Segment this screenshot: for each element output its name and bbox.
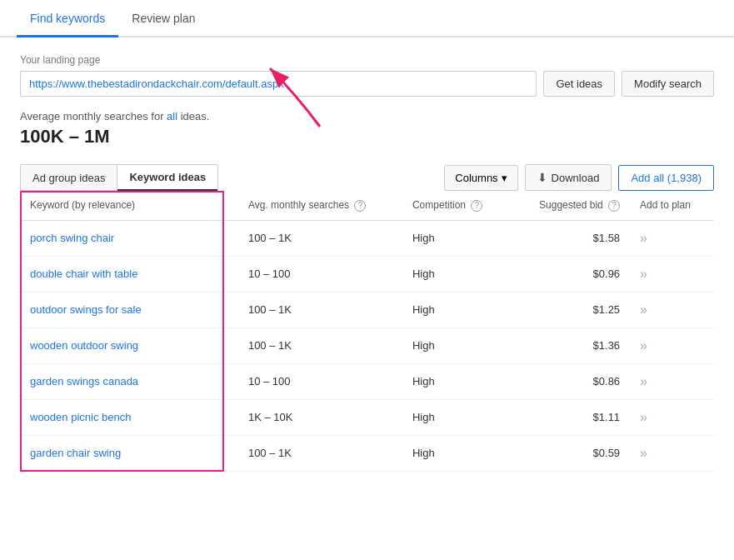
- table-row: porch swing chair 100 – 1K High $1.58 »: [20, 220, 714, 256]
- keyword-cell: wooden picnic bench: [20, 399, 238, 435]
- toolbar: Ad group ideas Keyword ideas Columns ▾ ⬇…: [20, 164, 714, 191]
- suggested-bid-cell: $0.59: [510, 435, 630, 471]
- avg-monthly-cell: 100 – 1K: [238, 435, 402, 471]
- columns-chevron-icon: ▾: [502, 172, 507, 184]
- add-to-plan-cell: »: [630, 435, 714, 471]
- header-keyword: Keyword (by relevance): [20, 191, 238, 220]
- get-ideas-button[interactable]: Get ideas: [543, 71, 615, 97]
- keyword-ideas-tab[interactable]: Keyword ideas: [117, 164, 218, 191]
- competition-help-icon[interactable]: ?: [471, 200, 482, 212]
- competition-cell: High: [402, 363, 510, 399]
- add-to-plan-button[interactable]: »: [640, 267, 647, 281]
- avg-monthly-cell: 1K – 10K: [238, 399, 402, 435]
- suggested-bid-help-icon[interactable]: ?: [608, 200, 620, 212]
- columns-button[interactable]: Columns ▾: [444, 165, 517, 191]
- keyword-cell: garden chair swing: [20, 435, 238, 471]
- header-competition: Competition ?: [402, 191, 510, 220]
- avg-monthly-prefix: Average monthly searches for: [20, 110, 163, 122]
- table-row: outdoor swings for sale 100 – 1K High $1…: [20, 292, 714, 328]
- avg-monthly-cell: 10 – 100: [238, 363, 402, 399]
- download-label: Download: [552, 172, 600, 184]
- add-to-plan-cell: »: [630, 328, 714, 363]
- table-row: wooden picnic bench 1K – 10K High $1.11 …: [20, 399, 714, 435]
- table-row: double chair with table 10 – 100 High $0…: [20, 256, 714, 292]
- keyword-link[interactable]: outdoor swings for sale: [30, 303, 142, 316]
- avg-monthly-link[interactable]: all: [167, 110, 177, 122]
- url-input[interactable]: [20, 71, 537, 97]
- header-suggested-bid: Suggested bid ?: [510, 191, 630, 220]
- avg-monthly-value: 100K – 1M: [20, 126, 714, 148]
- add-to-plan-button[interactable]: »: [640, 410, 647, 424]
- avg-monthly-section: Average monthly searches for all ideas. …: [20, 110, 714, 148]
- top-nav-tabs: Find keywords Review plan: [0, 0, 734, 38]
- table-header-row: Keyword (by relevance) Avg. monthly sear…: [20, 191, 714, 220]
- suggested-bid-cell: $1.58: [510, 220, 630, 256]
- add-to-plan-button[interactable]: »: [640, 374, 647, 388]
- keyword-table: Keyword (by relevance) Avg. monthly sear…: [20, 191, 714, 472]
- suggested-bid-cell: $0.96: [510, 256, 630, 292]
- competition-cell: High: [402, 435, 510, 471]
- download-icon: ⬇: [537, 171, 547, 184]
- avg-monthly-cell: 100 – 1K: [238, 292, 402, 328]
- add-all-button[interactable]: Add all (1,938): [618, 165, 714, 191]
- suggested-bid-cell: $1.11: [510, 399, 630, 435]
- keyword-link[interactable]: wooden outdoor swing: [30, 339, 138, 352]
- add-to-plan-button[interactable]: »: [640, 302, 647, 317]
- main-content: Your landing page Get ideas Modify searc…: [0, 38, 734, 488]
- add-to-plan-cell: »: [630, 292, 714, 328]
- suggested-bid-cell: $1.36: [510, 328, 630, 363]
- header-add-to-plan: Add to plan: [630, 191, 714, 220]
- add-to-plan-button[interactable]: »: [640, 231, 647, 245]
- keyword-link[interactable]: wooden picnic bench: [30, 411, 131, 423]
- competition-cell: High: [402, 220, 510, 256]
- add-to-plan-cell: »: [630, 399, 714, 435]
- keyword-cell: porch swing chair: [20, 220, 238, 256]
- modify-search-button[interactable]: Modify search: [622, 71, 714, 97]
- competition-cell: High: [402, 399, 510, 435]
- keyword-link[interactable]: porch swing chair: [30, 232, 114, 244]
- avg-monthly-suffix: ideas.: [181, 110, 210, 122]
- add-to-plan-cell: »: [630, 256, 714, 292]
- keyword-link[interactable]: double chair with table: [30, 268, 137, 280]
- avg-monthly-cell: 100 – 1K: [238, 220, 402, 256]
- suggested-bid-cell: $0.86: [510, 363, 630, 399]
- header-avg-monthly: Avg. monthly searches ?: [238, 191, 402, 220]
- url-row: Get ideas Modify search: [20, 71, 714, 97]
- tab-find-keywords[interactable]: Find keywords: [17, 0, 118, 38]
- add-to-plan-cell: »: [630, 220, 714, 256]
- suggested-bid-cell: $1.25: [510, 292, 630, 328]
- avg-monthly-cell: 10 – 100: [238, 256, 402, 292]
- table-row: wooden outdoor swing 100 – 1K High $1.36…: [20, 328, 714, 363]
- landing-page-label: Your landing page: [20, 54, 714, 66]
- table-row: garden swings canada 10 – 100 High $0.86…: [20, 363, 714, 399]
- keyword-cell: garden swings canada: [20, 363, 238, 399]
- keyword-link[interactable]: garden swings canada: [30, 375, 138, 388]
- keyword-link[interactable]: garden chair swing: [30, 447, 121, 459]
- competition-cell: High: [402, 328, 510, 363]
- table-row: garden chair swing 100 – 1K High $0.59 »: [20, 435, 714, 471]
- columns-label: Columns: [455, 172, 497, 184]
- tab-review-plan[interactable]: Review plan: [118, 0, 208, 38]
- avg-monthly-help-icon[interactable]: ?: [354, 200, 366, 212]
- add-to-plan-cell: »: [630, 363, 714, 399]
- keyword-cell: outdoor swings for sale: [20, 292, 238, 328]
- add-to-plan-button[interactable]: »: [640, 446, 647, 460]
- competition-cell: High: [402, 292, 510, 328]
- idea-tab-group: Ad group ideas Keyword ideas: [20, 164, 218, 191]
- competition-cell: High: [402, 256, 510, 292]
- keyword-cell: double chair with table: [20, 256, 238, 292]
- keyword-table-wrapper: Keyword (by relevance) Avg. monthly sear…: [20, 191, 714, 472]
- add-to-plan-button[interactable]: »: [640, 338, 647, 352]
- keyword-cell: wooden outdoor swing: [20, 328, 238, 363]
- download-button[interactable]: ⬇ Download: [525, 164, 612, 191]
- avg-monthly-text: Average monthly searches for all ideas.: [20, 110, 714, 122]
- ad-group-ideas-tab[interactable]: Ad group ideas: [20, 164, 117, 191]
- avg-monthly-cell: 100 – 1K: [238, 328, 402, 363]
